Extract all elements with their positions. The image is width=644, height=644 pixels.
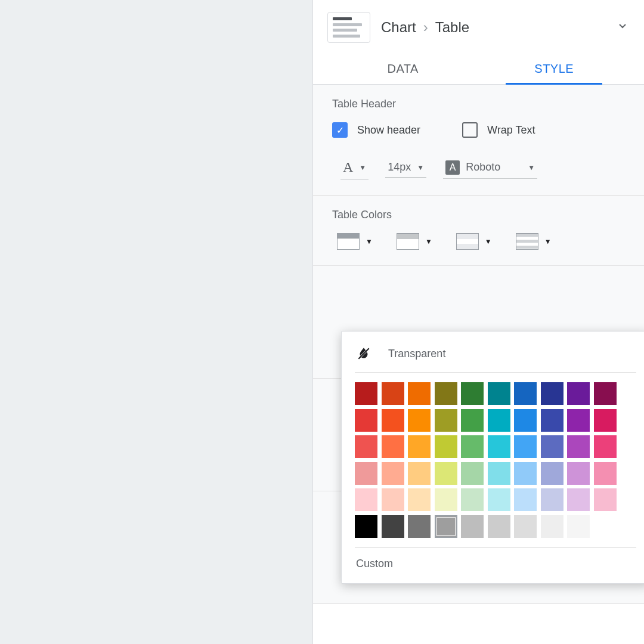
color-swatch[interactable] — [567, 462, 590, 485]
color-swatch[interactable] — [567, 382, 590, 405]
color-swatch[interactable] — [514, 488, 537, 511]
color-swatch[interactable] — [541, 409, 564, 432]
breadcrumb: Chart › Table — [381, 19, 469, 36]
color-swatch[interactable] — [594, 435, 617, 458]
breadcrumb-current: Table — [435, 19, 469, 36]
caret-down-icon: ▼ — [425, 237, 432, 246]
tab-data[interactable]: DATA — [327, 54, 479, 84]
color-swatch[interactable] — [514, 435, 537, 458]
color-swatch[interactable] — [488, 382, 510, 405]
color-swatch[interactable] — [355, 515, 377, 538]
color-swatch[interactable] — [488, 435, 510, 458]
color-swatch[interactable] — [594, 409, 617, 432]
color-swatch[interactable] — [435, 435, 457, 458]
color-swatch[interactable] — [461, 435, 484, 458]
color-swatch[interactable] — [408, 382, 431, 405]
font-icon: A — [445, 160, 460, 175]
caret-down-icon: ▼ — [417, 163, 424, 172]
color-swatch[interactable] — [355, 382, 377, 405]
caret-down-icon: ▼ — [544, 237, 552, 246]
table-color-3[interactable]: ▼ — [456, 233, 492, 250]
checkbox-on-icon: ✓ — [332, 122, 348, 138]
color-swatch[interactable] — [435, 382, 457, 405]
checkbox-off-icon — [462, 122, 478, 138]
color-swatch[interactable] — [567, 515, 590, 538]
color-swatch[interactable] — [435, 462, 457, 485]
color-swatch[interactable] — [541, 435, 564, 458]
color-swatch[interactable] — [355, 488, 377, 511]
color-swatch[interactable] — [382, 488, 404, 511]
table-color-1[interactable]: ▼ — [337, 233, 373, 250]
color-swatch[interactable] — [567, 409, 590, 432]
color-swatch[interactable] — [461, 382, 484, 405]
section-title: Table Colors — [332, 209, 625, 221]
color-swatch[interactable] — [488, 409, 510, 432]
color-swatch[interactable] — [514, 382, 537, 405]
chart-type-icon — [327, 12, 370, 43]
font-color-dropdown[interactable]: A ▼ — [340, 158, 369, 179]
color-swatch[interactable] — [382, 462, 404, 485]
color-swatch[interactable] — [435, 515, 457, 538]
tab-style[interactable]: STYLE — [479, 54, 630, 84]
caret-down-icon: ▼ — [485, 237, 492, 246]
color-swatch[interactable] — [355, 409, 377, 432]
color-swatch[interactable] — [435, 409, 457, 432]
caret-down-icon: ▼ — [366, 237, 373, 246]
color-swatch[interactable] — [541, 488, 564, 511]
color-swatch[interactable] — [461, 515, 484, 538]
breadcrumb-root[interactable]: Chart — [381, 19, 416, 36]
color-swatch[interactable] — [594, 488, 617, 511]
color-swatch[interactable] — [461, 462, 484, 485]
panel-header: Chart › Table — [313, 0, 644, 48]
color-swatch[interactable] — [514, 409, 537, 432]
transparent-option[interactable]: Transparent — [355, 343, 636, 373]
section-title: Table Header — [332, 98, 625, 110]
table-color-4[interactable]: ▼ — [516, 233, 552, 250]
color-swatch[interactable] — [382, 515, 404, 538]
color-swatch[interactable] — [408, 515, 431, 538]
color-swatch[interactable] — [435, 488, 457, 511]
color-swatch[interactable] — [461, 488, 484, 511]
color-swatch[interactable] — [355, 462, 377, 485]
color-swatch[interactable] — [541, 382, 564, 405]
caret-down-icon: ▼ — [528, 163, 535, 172]
color-swatch[interactable] — [355, 435, 377, 458]
caret-down-icon: ▼ — [359, 163, 366, 172]
color-swatch[interactable] — [541, 462, 564, 485]
custom-color-button[interactable]: Custom — [355, 548, 636, 571]
color-swatch[interactable] — [594, 462, 617, 485]
chevron-right-icon: › — [423, 19, 428, 36]
color-swatch[interactable] — [408, 488, 431, 511]
color-picker-popover: Transparent Custom — [341, 331, 644, 584]
color-swatch[interactable] — [594, 382, 617, 405]
tab-bar: DATA STYLE — [313, 54, 644, 85]
color-grid — [355, 373, 636, 548]
color-swatch[interactable] — [461, 409, 484, 432]
color-swatch[interactable] — [488, 462, 510, 485]
color-swatch[interactable] — [514, 515, 537, 538]
color-swatch[interactable] — [567, 435, 590, 458]
font-size-dropdown[interactable]: 14px ▼ — [385, 160, 426, 178]
color-swatch[interactable] — [541, 515, 564, 538]
section-table-header: Table Header ✓ Show header Wrap Text A ▼… — [313, 85, 644, 196]
color-swatch[interactable] — [382, 435, 404, 458]
color-swatch[interactable] — [567, 488, 590, 511]
text-color-icon: A — [343, 159, 353, 175]
section-table-colors: Table Colors ▼ ▼ ▼ ▼ — [313, 196, 644, 266]
color-swatch[interactable] — [382, 409, 404, 432]
color-swatch[interactable] — [408, 462, 431, 485]
font-family-dropdown[interactable]: A Roboto ▼ — [443, 159, 537, 179]
table-color-2[interactable]: ▼ — [397, 233, 432, 250]
color-swatch[interactable] — [408, 435, 431, 458]
checkbox-show-header[interactable]: ✓ Show header — [332, 122, 420, 138]
color-swatch[interactable] — [408, 409, 431, 432]
color-swatch[interactable] — [488, 515, 510, 538]
color-swatch[interactable] — [488, 488, 510, 511]
transparent-icon — [356, 346, 371, 361]
color-swatch[interactable] — [514, 462, 537, 485]
chevron-down-icon[interactable] — [615, 18, 630, 36]
color-swatch[interactable] — [594, 515, 617, 538]
color-swatch[interactable] — [382, 382, 404, 405]
checkbox-wrap-text[interactable]: Wrap Text — [462, 122, 535, 138]
